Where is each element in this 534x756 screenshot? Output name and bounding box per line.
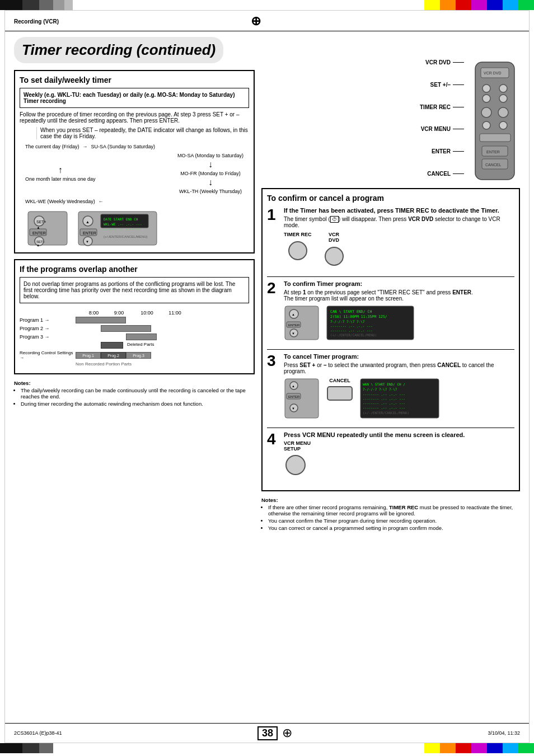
right-note-1: If there are other timer record programs… [268,504,520,516]
bottom-bar-red [456,743,471,753]
set-minus-note: When you press SET – repeatedly, the DAT… [36,127,249,139]
step-2-screen: CAN \ START END/ CH 2(SU) 11:00PM 11:35P… [326,305,415,341]
step-1-body: The timer symbol (⏱) will disappear. The… [284,216,514,228]
label-vcr-menu: VCR MENU [420,126,464,132]
bottom-bar-yellow [424,743,440,753]
right-arrow-col: MO-SA (Monday to Saturday) ↓ MO-FR (Mond… [177,153,243,194]
weekly-bold-title: Weekly (e.g. WKL-TU: each Tuesday) or da… [24,92,235,104]
svg-text:SET–: SET– [36,240,45,243]
svg-rect-0 [28,212,67,245]
weekly-procedure-text: Follow the procedure of timer recording … [20,111,249,124]
vcr-panel-right-svg: DATE START END CH WKL-WE .-- .-.- --- ..… [76,209,160,248]
step-2-display: ▲ ENTER ▼ CAN \ START END/ CH 2(SU) 11 [284,305,514,341]
prog2-small: Prog.2 [101,352,126,359]
label-vcr-dvd: VCR DVD [420,59,464,65]
left-notes-title: Notes: [14,380,255,386]
deleted-bar [101,342,123,349]
svg-text:▲: ▲ [292,384,295,388]
recording-control-row: Recording Control Settings → Prog.1 Prog… [20,350,249,360]
deleted-parts-label: Deleted Parts [127,342,154,347]
step-2-content: To confirm Timer program: At step 1 on t… [284,280,514,341]
vcr-menu-setup-label: VCR MENUSETUP [284,440,514,452]
svg-point-37 [289,242,307,260]
svg-point-24 [483,84,490,92]
step-1-num: 1 [267,207,279,223]
weekly-arrows-row: ↑ One month later minus one day MO-SA (M… [25,151,243,196]
svg-text:ENTER: ENTER [288,323,300,327]
svg-text:CANCEL: CANCEL [485,163,502,167]
page-header: Recording (VCR) ⊕ [5,11,529,31]
weekly-diagram: The current day (Friday) → SU-SA (Sunday… [20,144,249,248]
bottom-bar [0,743,534,753]
program3-row: Program 3 → [20,334,249,340]
left-note-1: The daily/weekly recording can be made c… [21,387,255,400]
bar-yellow [424,0,440,10]
svg-text:-------- .-- .-.- ---: -------- .-- .-.- --- [363,397,405,401]
remote-svg: VCR DVD [470,59,520,182]
vcr-dvd-label: VCRDVD [323,232,345,243]
bottom-bar-cyan [503,743,518,753]
step-3-content: To cancel Timer program: Press SET + or … [284,353,514,420]
step-1: 1 If the Timer has been activated, press… [267,207,514,269]
step-2-vcr-panel: ▲ ENTER ▼ [284,305,320,341]
svg-text:ENTER: ENTER [486,150,500,154]
prog3-bar [126,334,157,340]
svg-text:(+/-/ENTER/CANCEL/MENU): (+/-/ENTER/CANCEL/MENU) [330,333,377,337]
bar-dark-3 [39,0,53,10]
svg-text:(+/-/ENTER/CANCEL/MENU): (+/-/ENTER/CANCEL/MENU) [104,235,148,238]
bottom-bar-blue [487,743,503,753]
svg-text:WKL-WE .-- .-.- ---: WKL-WE .-- .-.- --- [104,222,142,226]
footer-reg-mark: ⊕ [282,726,292,740]
left-notes: Notes: The daily/weekly recording can be… [14,380,255,407]
top-bar [0,0,534,10]
right-notes-title: Notes: [261,497,520,503]
svg-text:-------- .-- .-.- ---: -------- .-- .-.- --- [330,324,373,328]
cancel-btn [326,385,354,402]
step-1-buttons: TIMER REC VCRDVD [284,232,514,269]
label-enter: ENTER [420,148,464,154]
bar-dark-1 [0,0,22,10]
vcr-dvd-btn [323,245,345,267]
left-notes-list: The daily/weekly recording can be made c… [14,387,255,407]
svg-text:-------- .-- .-.- ---: -------- .-- .-.- --- [330,328,373,332]
remote-diagram-area: VCR DVD SET +/– TIMER REC VCR MENU [261,59,520,182]
svg-text:▼: ▼ [86,240,89,243]
vcr-dvd-btn-area: VCRDVD [323,232,345,269]
program2-row: Program 2 → [20,325,249,332]
bar-dark-2 [22,0,39,10]
bar-dark-4 [53,0,64,10]
svg-point-30 [483,121,490,129]
svg-point-28 [481,107,491,118]
svg-text:7-/-/-7  7-\7  7-\7: 7-/-/-7 7-\7 7-\7 [363,387,397,391]
bar-dark-5 [64,0,73,10]
svg-text:7-/-/-7  7-\7  7-\7: 7-/-/-7 7-\7 7-\7 [330,320,365,323]
svg-point-27 [499,95,507,102]
remote-labels-container: VCR DVD SET +/– TIMER REC VCR MENU [420,59,464,177]
bottom-bar-orange [440,743,456,753]
svg-text:▲: ▲ [86,220,90,224]
step-3-title: To cancel Timer program: [284,353,514,360]
prog1-small: Prog.1 [76,352,101,359]
bar-green [518,0,534,10]
bar-spacer [73,0,424,10]
svg-rect-60 [327,387,352,400]
confirm-cancel-section: To confirm or cancel a program 1 If the … [261,188,520,491]
step-2-title: To confirm Timer program: [284,280,514,287]
step-2: 2 To confirm Timer program: At step 1 on… [267,280,514,341]
vcr-menu-btn [284,453,307,477]
right-notes: Notes: If there are other timer record p… [261,497,520,531]
prog2-bar [101,325,151,332]
program1-row: Program 1 → [20,317,249,323]
label-set-plus-minus: SET +/– [420,82,464,88]
step-4: 4 Press VCR MENU repeatedly until the me… [267,431,514,478]
overlap-section: If the programs overlap another Do not o… [14,259,255,374]
vcr-panel-left-svg: SET+ ▲ ENTER SET– ▼ [25,209,70,248]
svg-point-69 [286,456,305,475]
bar-orange [440,0,456,10]
step-3-screen: WAN \ START END/ CH / 7-/-/-7 7-\7 7-\7 … [359,378,441,420]
vcr-controls-daily: SET+ ▲ ENTER SET– ▼ [25,209,243,248]
timer-rec-btn-area: TIMER REC [284,232,312,263]
prog3-small: Prog.3 [126,352,151,359]
step-1-content: If the Timer has been activated, press T… [284,207,514,269]
step-3-body: Press SET + or – to select the unwanted … [284,362,514,374]
